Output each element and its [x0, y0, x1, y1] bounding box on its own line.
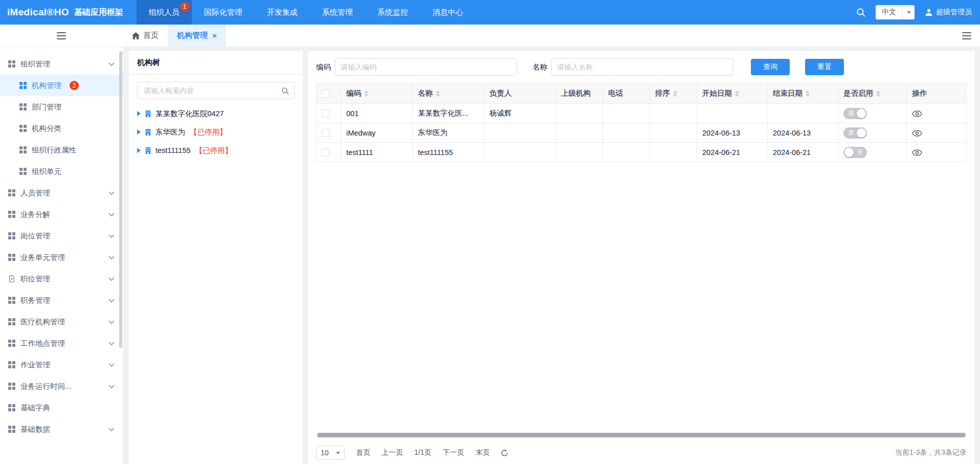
sidebar-item-label: 业务运行时间...	[20, 382, 71, 391]
nav-item-system-monitor[interactable]: 系统监控	[365, 0, 420, 25]
toggle-knob	[844, 148, 854, 157]
language-value: 中文	[876, 8, 902, 17]
nav-item-system-mgmt[interactable]: 系统管理	[310, 0, 365, 25]
sort-icon[interactable]	[735, 91, 739, 97]
tree-node-hospital-0427[interactable]: 某某数字化医院0427	[137, 104, 295, 123]
table-row[interactable]: iMedway 东华医为 2024-06-13 2024-06-13 是	[317, 123, 967, 143]
expand-triangle-icon[interactable]	[137, 129, 141, 135]
view-eye-icon[interactable]	[912, 130, 922, 137]
close-icon[interactable]: ×	[212, 31, 217, 40]
sidebar-item-position-mgmt[interactable]: 职位管理	[0, 268, 123, 290]
sort-icon[interactable]	[806, 91, 810, 97]
nav-item-i18n-mgmt[interactable]: 国际化管理	[192, 0, 255, 25]
cell-owner	[484, 143, 556, 162]
tree-node-donghua[interactable]: 东华医为 【已停用】	[137, 123, 295, 141]
row-checkbox[interactable]	[322, 129, 330, 137]
sidebar-item-business-runtime[interactable]: 业务运行时间...	[0, 375, 123, 397]
nav-item-message-center[interactable]: 消息中心	[420, 0, 476, 25]
reset-button[interactable]: 重置	[805, 59, 844, 75]
sidebar-item-institution-category[interactable]: 机构分类	[0, 118, 123, 139]
col-header-code[interactable]: 编码	[341, 83, 413, 104]
view-eye-icon[interactable]	[912, 111, 922, 117]
sort-icon[interactable]	[876, 91, 880, 97]
sidebar-item-basic-dict[interactable]: 基础字典	[0, 397, 123, 418]
app-product-name: 基础应用框架	[74, 7, 123, 18]
toggle-label: 是	[848, 109, 854, 118]
col-header-sort[interactable]: 排序	[650, 83, 697, 104]
sidebar-item-job-mgmt[interactable]: 作业管理	[0, 354, 123, 375]
toggle-knob	[857, 109, 866, 118]
current-page-indicator: 1/1页	[414, 448, 431, 457]
row-checkbox[interactable]	[322, 109, 330, 118]
sidebar-item-workplace-mgmt[interactable]: 工作地点管理	[0, 333, 123, 354]
code-input[interactable]	[335, 58, 517, 76]
horizontal-scrollbar[interactable]	[317, 433, 966, 437]
view-eye-icon[interactable]	[912, 149, 922, 156]
sort-icon[interactable]	[436, 91, 440, 97]
sidebar-item-post-mgmt[interactable]: 岗位管理	[0, 225, 123, 247]
cell-name: 某某数字化医...	[413, 104, 484, 123]
row-checkbox[interactable]	[322, 148, 330, 157]
sidebar-item-business-decomposition[interactable]: 业务分解	[0, 204, 123, 225]
next-page-button[interactable]: 下一页	[442, 448, 464, 457]
sidebar-scrollbar[interactable]	[119, 51, 122, 348]
first-page-button[interactable]: 首页	[356, 448, 370, 457]
grid-icon	[8, 189, 15, 196]
nav-item-org-personnel[interactable]: 组织人员 1	[137, 0, 192, 25]
tree-search-input[interactable]	[143, 86, 281, 95]
sidebar-item-label: 职务管理	[20, 296, 50, 305]
user-icon	[925, 8, 933, 16]
sidebar-item-duty-mgmt[interactable]: 职务管理	[0, 290, 123, 311]
tree-search-box	[137, 82, 295, 99]
building-icon	[144, 110, 152, 118]
expand-triangle-icon[interactable]	[137, 148, 141, 153]
sidebar-item-org-unit[interactable]: 组织单元	[0, 161, 123, 182]
sort-icon[interactable]	[364, 91, 368, 97]
select-all-checkbox[interactable]	[322, 90, 330, 98]
sidebar-item-medical-institution-mgmt[interactable]: 医疗机构管理	[0, 311, 123, 333]
enabled-toggle[interactable]: 否	[843, 147, 867, 158]
enabled-toggle[interactable]: 是	[843, 108, 867, 119]
language-select[interactable]: 中文	[876, 5, 915, 19]
name-input[interactable]	[551, 58, 733, 76]
col-header-name[interactable]: 名称	[413, 83, 484, 104]
prev-page-button[interactable]: 上一页	[382, 448, 403, 457]
page-size-select[interactable]: 10	[316, 446, 345, 460]
refresh-icon[interactable]	[501, 449, 508, 457]
grid-icon	[19, 125, 27, 132]
current-user[interactable]: 超级管理员	[925, 8, 972, 17]
sidebar-item-basic-data[interactable]: 基础数据	[0, 418, 123, 440]
col-header-start-date[interactable]: 开始日期	[697, 83, 768, 104]
table-row[interactable]: 001 某某数字化医... 杨诚辉 是	[317, 104, 967, 123]
cell-name: 东华医为	[413, 123, 484, 143]
enabled-toggle[interactable]: 是	[843, 127, 867, 139]
sidebar-item-business-unit-mgmt[interactable]: 业务单元管理	[0, 247, 123, 268]
sidebar-item-label: 基础数据	[20, 425, 50, 434]
tab-options-menu-icon[interactable]	[953, 25, 980, 47]
code-field-label: 编码	[316, 62, 331, 72]
sidebar-item-dept-mgmt[interactable]: 部门管理	[0, 96, 123, 118]
sidebar-item-org-admin-attr[interactable]: 组织行政属性	[0, 139, 123, 161]
expand-triangle-icon[interactable]	[137, 111, 141, 116]
col-header-phone: 电话	[603, 83, 650, 104]
last-page-button[interactable]: 末页	[475, 448, 489, 457]
grid-icon	[19, 146, 27, 153]
tree-node-test111155[interactable]: test111155 【已停用】	[137, 141, 295, 160]
sidebar-item-label: 机构分类	[32, 124, 61, 134]
col-header-end-date[interactable]: 结束日期	[768, 83, 838, 104]
sidebar-item-personnel-mgmt[interactable]: 人员管理	[0, 182, 123, 204]
sidebar-collapse-button[interactable]	[0, 25, 123, 47]
tab-institution-mgmt[interactable]: 机构管理 ×	[168, 25, 226, 47]
table-row[interactable]: test1111 test111155 2024-06-21 2024-06-2…	[317, 143, 967, 162]
sidebar-item-label: 组织管理	[20, 59, 50, 69]
nav-item-dev-integration[interactable]: 开发集成	[255, 0, 310, 25]
search-icon[interactable]	[856, 8, 865, 17]
sidebar-item-org-mgmt[interactable]: 组织管理	[0, 53, 123, 75]
col-header-enabled[interactable]: 是否启用	[838, 83, 907, 104]
cell-end-date	[768, 104, 838, 123]
app-logo: iMedical®HO	[7, 7, 69, 18]
sidebar-item-institution-mgmt[interactable]: 机构管理 2	[0, 75, 123, 96]
search-button[interactable]: 查询	[751, 59, 790, 75]
sort-icon[interactable]	[673, 91, 677, 97]
tab-home[interactable]: 首页	[123, 25, 168, 47]
